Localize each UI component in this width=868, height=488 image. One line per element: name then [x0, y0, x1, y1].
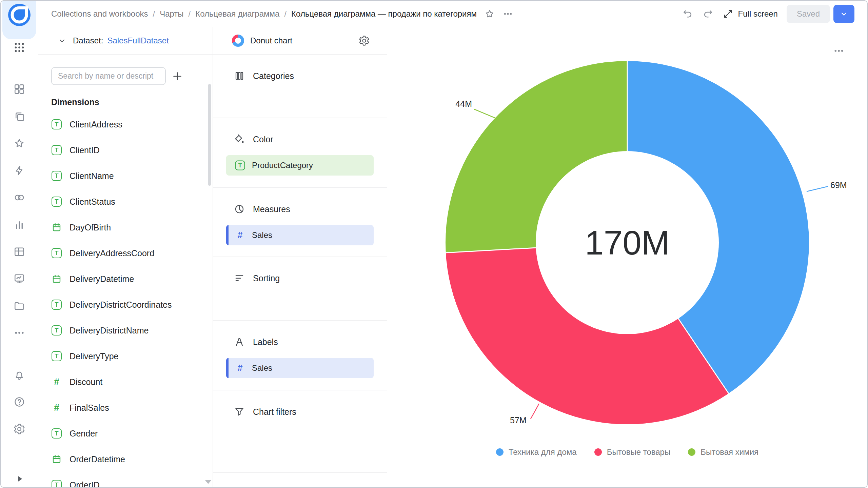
header-toolbar: Full screen Saved — [682, 5, 854, 23]
number-field-icon: # — [51, 403, 62, 413]
field-row[interactable]: TClientAddress — [38, 111, 213, 137]
more-actions-icon[interactable] — [502, 8, 513, 19]
notifications-bell-icon[interactable] — [13, 369, 26, 382]
section-categories[interactable]: Categories — [213, 55, 387, 118]
copies-icon[interactable] — [13, 110, 26, 123]
text-field-icon: T — [51, 428, 62, 439]
datalens-logo-icon[interactable] — [8, 4, 31, 26]
help-icon[interactable] — [13, 395, 26, 408]
panel-scrollbar-thumb[interactable] — [208, 84, 211, 186]
add-field-button[interactable] — [171, 70, 183, 82]
breadcrumb-item-charts[interactable]: Чарты — [160, 9, 183, 19]
field-search-input[interactable] — [51, 67, 166, 85]
scroll-down-arrow[interactable] — [205, 480, 211, 484]
measure-field-name: Sales — [252, 230, 272, 240]
text-field-icon: T — [51, 197, 62, 207]
dataset-name-link[interactable]: SalesFullDataset — [107, 36, 169, 45]
section-categories-header: Categories — [213, 69, 387, 83]
color-field-pill[interactable]: T ProductCategory — [226, 155, 374, 176]
label-line-red — [531, 404, 539, 419]
settings-gear-icon[interactable] — [13, 423, 26, 435]
favorite-star-icon[interactable] — [484, 8, 495, 19]
field-search-row — [51, 67, 213, 85]
funnel-icon — [234, 406, 245, 417]
field-row[interactable]: TDeliveryType — [38, 343, 213, 369]
number-field-icon: # — [235, 230, 245, 241]
redo-icon[interactable] — [702, 8, 714, 20]
field-row[interactable]: #FinalSales — [38, 395, 213, 421]
donut-chart-type-icon[interactable] — [232, 35, 244, 47]
field-row[interactable]: TOrderID — [38, 472, 213, 487]
audience-circles-icon[interactable] — [13, 191, 26, 204]
lightning-icon[interactable] — [13, 164, 26, 177]
field-row[interactable]: TGender — [38, 421, 213, 446]
section-label: Categories — [253, 71, 294, 81]
columns-icon — [234, 70, 245, 81]
date-field-icon — [51, 222, 62, 232]
breadcrumb: Collections and workbooks / Чарты / Коль… — [51, 9, 477, 19]
section-measures[interactable]: Measures # Sales — [213, 188, 387, 257]
field-row[interactable]: TClientID — [38, 137, 213, 163]
section-label: Chart filters — [253, 407, 296, 417]
field-row[interactable]: TClientStatus — [38, 189, 213, 215]
measure-field-pill[interactable]: # Sales — [226, 225, 374, 245]
field-row[interactable]: #Discount — [38, 369, 213, 395]
more-rail-icon[interactable] — [13, 326, 26, 339]
pie-icon — [234, 204, 245, 215]
number-field-icon: # — [51, 377, 62, 387]
favorites-star-icon[interactable] — [13, 137, 26, 150]
bar-chart-icon[interactable] — [13, 218, 26, 231]
app-window: Collections and workbooks / Чарты / Коль… — [0, 0, 868, 488]
field-row[interactable]: TDeliveryDistrictCoordinates — [38, 292, 213, 318]
legend-dot-blue — [496, 448, 504, 456]
legend-item[interactable]: Бытовая химия — [688, 447, 758, 457]
field-row[interactable]: DeliveryDatetime — [38, 266, 213, 292]
breadcrumb-separator: / — [189, 9, 191, 19]
table-grid-icon[interactable] — [13, 245, 26, 258]
section-sorting[interactable]: Sorting — [213, 257, 387, 321]
apps-grid-icon[interactable] — [13, 41, 26, 54]
folder-icon[interactable] — [13, 299, 26, 312]
legend-item[interactable]: Бытовые товары — [594, 447, 671, 457]
expand-rail-icon[interactable] — [13, 472, 26, 485]
donut-center-total: 170M — [526, 222, 729, 264]
field-row[interactable]: TClientName — [38, 163, 213, 189]
field-row[interactable]: TDeliveryDistrictName — [38, 318, 213, 343]
dataset-panel: Dataset: SalesFullDataset Dimensions TCl… — [38, 27, 213, 487]
legend-item[interactable]: Техника для дома — [496, 447, 577, 457]
undo-icon[interactable] — [682, 8, 693, 20]
saved-button[interactable]: Saved — [787, 5, 830, 23]
breadcrumb-item-collections[interactable]: Collections and workbooks — [51, 9, 148, 19]
config-panel-header: Donut chart — [213, 27, 387, 55]
text-field-icon: T — [51, 171, 62, 181]
text-field-icon: T — [51, 300, 62, 310]
breadcrumb-item-workbook[interactable]: Кольцевая диаграмма — [195, 9, 279, 19]
text-field-icon: T — [51, 325, 62, 336]
legend-dot-red — [594, 448, 602, 456]
date-field-icon — [51, 454, 62, 464]
field-row[interactable]: DayOfBirth — [38, 215, 213, 240]
dataset-collapse-chevron-icon[interactable] — [57, 36, 67, 45]
letter-a-icon — [234, 337, 245, 347]
chart-legend: Техника для дома Бытовые товары Бытовая … — [387, 447, 867, 457]
chart-type-label[interactable]: Donut chart — [250, 36, 292, 45]
monitoring-icon[interactable] — [13, 272, 26, 285]
fullscreen-label: Full screen — [738, 9, 778, 19]
chart-settings-gear-icon[interactable] — [358, 35, 370, 46]
slice-label-green: 44M — [438, 99, 472, 109]
field-row[interactable]: OrderDatetime — [38, 446, 213, 472]
section-chart-filters[interactable]: Chart filters — [213, 390, 387, 473]
save-dropdown-button[interactable] — [833, 5, 854, 23]
dataset-label: Dataset: — [73, 36, 103, 45]
chart-more-actions-icon[interactable] — [833, 45, 845, 57]
page-title: Кольцевая диаграмма — продажи по категор… — [291, 9, 477, 19]
text-field-icon: T — [51, 480, 62, 487]
field-row[interactable]: TDeliveryAddressCoord — [38, 240, 213, 266]
section-color[interactable]: Color T ProductCategory — [213, 118, 387, 188]
section-labels[interactable]: Labels # Sales — [213, 321, 387, 390]
fullscreen-button[interactable]: Full screen — [723, 8, 778, 19]
breadcrumb-separator: / — [153, 9, 155, 19]
label-field-pill[interactable]: # Sales — [226, 358, 374, 378]
text-field-icon: T — [51, 351, 62, 361]
collections-icon[interactable] — [13, 83, 26, 96]
